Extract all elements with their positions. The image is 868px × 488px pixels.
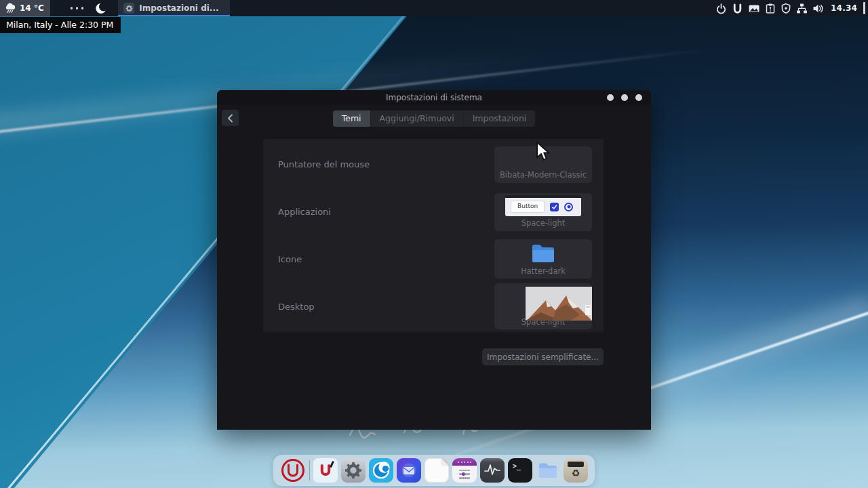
desktop: 14 °C Impostazioni d <box>0 0 868 488</box>
taskbar-window-button[interactable]: Impostazioni di... <box>118 0 229 16</box>
row-label: Icone <box>278 254 302 264</box>
dock-separator <box>309 460 310 481</box>
package-alert-icon[interactable]: ! <box>765 3 776 14</box>
icon-theme-tile[interactable]: Hatter-dark <box>494 239 592 279</box>
menu-dots-icon[interactable] <box>71 7 84 9</box>
row-applications: Applicazioni Button Space-light <box>263 188 604 236</box>
row-label: Applicazioni <box>278 207 331 217</box>
preview-radio <box>564 203 573 211</box>
tab-bar: Temi Aggiungi/Rimuovi Impostazioni <box>333 110 536 127</box>
blue-folder-icon <box>530 241 557 264</box>
mail-icon[interactable] <box>397 458 421 483</box>
clock[interactable]: 14.34 <box>831 3 857 13</box>
row-desktop: Desktop Space <box>263 283 604 330</box>
row-label: Desktop <box>278 302 315 312</box>
tab-aggiungi-rimuovi[interactable]: Aggiungi/Rimuovi <box>371 110 463 127</box>
mountain-wallpaper-thumbnail <box>526 287 592 321</box>
terminal-icon[interactable]: >_ <box>508 458 532 483</box>
preview-button: Button <box>511 201 545 213</box>
system-monitor-icon[interactable] <box>480 458 505 483</box>
back-button[interactable] <box>222 110 239 126</box>
window-control-button[interactable] <box>607 94 614 101</box>
simplified-settings-button[interactable]: Impostazioni semplificate... <box>482 348 604 365</box>
u-writer-icon[interactable] <box>313 458 338 483</box>
icon-theme-name: Hatter-dark <box>521 268 566 279</box>
trash-lid <box>568 462 584 467</box>
row-mouse-pointer: Puntatore del mouse Bibata-Modern-Classi… <box>263 141 604 188</box>
calendar-icon[interactable] <box>452 458 477 483</box>
window-controls <box>607 94 642 101</box>
settings-gear-icon[interactable] <box>341 458 366 483</box>
weather-applet[interactable]: 14 °C <box>0 0 50 16</box>
desktop-theme-tile[interactable]: Space-light <box>494 283 592 329</box>
window-control-button[interactable] <box>635 94 642 101</box>
recycle-symbol-icon: ♻ <box>572 468 580 478</box>
cursor-theme-name: Bibata-Modern-Classic <box>500 171 587 183</box>
mouse-cursor-arrow <box>534 141 552 163</box>
preview-checkbox <box>550 203 559 211</box>
network-icon[interactable] <box>796 3 808 14</box>
taskbar-window-label: Impostazioni di... <box>139 3 218 13</box>
files-folder-icon[interactable] <box>536 458 560 483</box>
unity-u-icon[interactable] <box>732 3 743 14</box>
unity-launcher-icon[interactable] <box>280 458 306 483</box>
gear-icon <box>123 3 134 14</box>
themes-panel: Puntatore del mouse Bibata-Modern-Classi… <box>263 139 604 332</box>
tab-temi[interactable]: Temi <box>333 110 370 127</box>
system-tray: ! 14.34 <box>715 2 868 14</box>
top-panel: 14 °C Impostazioni d <box>0 0 868 16</box>
settings-window: Impostazioni di sistema Temi Aggiungi/Ri… <box>217 90 651 430</box>
dock: >_ ♻ <box>273 455 595 486</box>
shield-icon[interactable] <box>781 3 791 14</box>
window-headerbar: Temi Aggiungi/Rimuovi Impostazioni <box>217 105 651 131</box>
show-desktop-strip[interactable] <box>863 2 865 14</box>
calendar-grid <box>456 466 473 483</box>
window-title: Impostazioni di sistema <box>386 93 482 102</box>
power-icon[interactable] <box>715 3 727 14</box>
volume-icon[interactable] <box>812 3 825 14</box>
night-light-moon-icon[interactable] <box>95 2 108 15</box>
window-control-button[interactable] <box>621 94 628 101</box>
text-document-icon[interactable] <box>425 458 449 483</box>
gtk-theme-name: Space-light <box>521 220 566 231</box>
tab-impostazioni[interactable]: Impostazioni <box>464 110 536 127</box>
row-label: Puntatore del mouse <box>278 159 370 169</box>
trash-icon[interactable]: ♻ <box>564 458 588 483</box>
calendar-header <box>452 458 477 466</box>
gtk-theme-tile[interactable]: Button Space-light <box>494 193 592 231</box>
rain-cloud-icon <box>4 2 16 14</box>
row-icons: Icone Hatter-dark <box>263 236 604 283</box>
terminal-prompt-glyph: >_ <box>513 462 521 470</box>
weather-temperature: 14 °C <box>20 3 44 13</box>
weather-tooltip: Milan, Italy - Alle 2:30 PM <box>0 17 121 33</box>
gtk-widget-preview: Button <box>505 195 581 216</box>
chevron-left-icon <box>227 114 233 123</box>
window-titlebar[interactable]: Impostazioni di sistema <box>217 90 651 105</box>
screenshot-icon[interactable] <box>748 3 760 14</box>
browser-icon[interactable] <box>369 458 393 483</box>
svg-text:!: ! <box>769 5 772 12</box>
